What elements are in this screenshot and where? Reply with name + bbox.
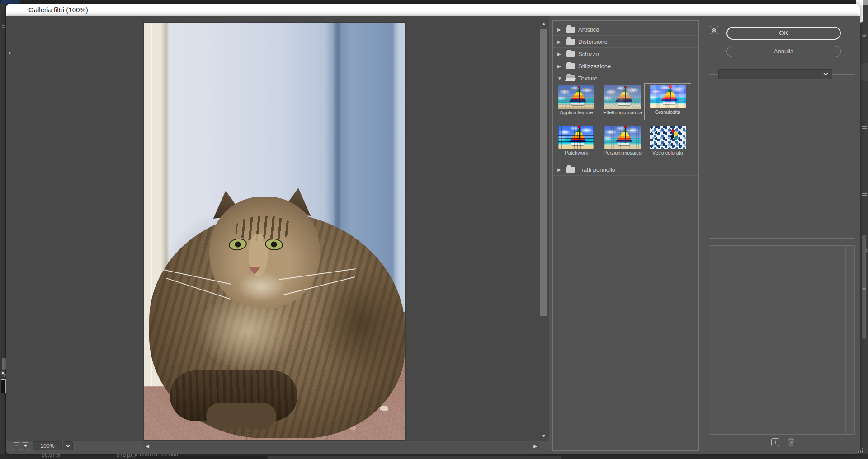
- ok-button[interactable]: OK: [726, 27, 841, 40]
- panel-menu-icon: [862, 192, 867, 196]
- zoom-level-dropdown[interactable]: [63, 441, 73, 450]
- resize-grip-icon[interactable]: [858, 451, 859, 453]
- filter-preview-image: [604, 85, 641, 109]
- folder-icon: [566, 39, 575, 45]
- sailboat-flag: [624, 86, 627, 88]
- trash-icon: [788, 438, 795, 446]
- category-row-tratti-pennello[interactable]: ▶ Tratti pennello: [553, 164, 698, 176]
- filter-thumbnail-label: Granulosità: [655, 109, 680, 115]
- sailboat-sail: [569, 128, 586, 142]
- category-label: Stilizzazione: [578, 63, 611, 70]
- zoom-level-display[interactable]: 100%: [33, 441, 62, 450]
- image-preview[interactable]: [144, 23, 405, 440]
- cat-muzzle: [238, 272, 285, 301]
- category-row-artistico[interactable]: ▶ Artistico: [553, 23, 698, 36]
- sailboat-mast: [579, 87, 580, 103]
- hscrollbar-track[interactable]: [143, 442, 539, 450]
- scroll-up-button[interactable]: ▲: [540, 20, 548, 28]
- filter-thumbnail-granulosita[interactable]: Granulosità: [644, 83, 691, 120]
- screen: 66,67% 576 px x 1280 px (72 ppi) Galleri…: [0, 0, 868, 459]
- chevron-right-icon[interactable]: ▶: [557, 39, 563, 44]
- scroll-down-button[interactable]: ▼: [540, 432, 548, 440]
- chevron-down-icon: [66, 443, 70, 448]
- sailboat-sail: [569, 88, 586, 102]
- filter-thumbnail-label: Effetto incrinatura: [603, 110, 642, 115]
- chevron-right-icon[interactable]: ▶: [557, 27, 563, 32]
- filter-preview-image: [650, 85, 686, 108]
- category-label: Texture: [578, 75, 598, 82]
- new-effect-layer-button[interactable]: +: [771, 438, 779, 446]
- category-label: Artistico: [578, 26, 599, 33]
- category-row-schizzo[interactable]: ▶ Schizzo: [553, 48, 698, 60]
- filter-settings-panel: [709, 74, 855, 239]
- sailboat-hull: [571, 103, 584, 105]
- background-panels-edge: [860, 4, 868, 459]
- filter-select-dropdown[interactable]: [718, 69, 832, 79]
- chevron-down-icon[interactable]: ▼: [557, 76, 563, 81]
- tool-swatch-fragment: [1, 379, 6, 393]
- color-swatch-fragment: [2, 358, 6, 370]
- panel-expand-arrow-icon: ▸: [9, 51, 11, 55]
- cancel-button[interactable]: Annulla: [726, 46, 841, 57]
- background-tools-panel-edge: [0, 4, 6, 459]
- delete-effect-layer-button[interactable]: [788, 438, 795, 446]
- sailboat-sail: [615, 88, 632, 102]
- folder-icon: [566, 63, 575, 69]
- filter-preview-image: [650, 126, 686, 149]
- sailboat-hull: [618, 103, 630, 105]
- background-hscrollbar-dark: [136, 456, 267, 459]
- panel-menu-icon: [862, 70, 867, 74]
- filter-thumbnail-label: Porzioni mosaico: [604, 150, 642, 155]
- category-row-distorsione[interactable]: ▶ Distorsione: [553, 36, 698, 48]
- cat-paw: [206, 403, 276, 429]
- vscrollbar-thumb[interactable]: [540, 29, 547, 316]
- filter-preview-image: [604, 126, 641, 149]
- sailboat-hull: [663, 102, 675, 104]
- scroll-right-button[interactable]: ▶: [532, 443, 539, 450]
- sailboat-flag: [578, 86, 580, 88]
- collapse-panel-button[interactable]: [710, 26, 718, 34]
- panel-menu-icon: [862, 125, 867, 129]
- category-row-texture[interactable]: ▼ Texture: [553, 72, 698, 84]
- category-label: Distorsione: [578, 38, 608, 45]
- status-zoom-value: 66,67%: [42, 454, 60, 458]
- sailboat-sail: [615, 128, 632, 142]
- sailboat-flag: [669, 85, 672, 88]
- filter-thumbnail-applica-texture[interactable]: Applica texture: [553, 84, 600, 121]
- chevron-down-icon: [824, 71, 828, 76]
- sailboat-hull: [618, 143, 630, 145]
- filter-preview-image: [558, 85, 594, 109]
- chevron-right-icon[interactable]: ▶: [557, 167, 563, 172]
- filter-thumbnail-label: Applica texture: [560, 110, 593, 115]
- zoom-in-button[interactable]: +: [22, 442, 29, 450]
- category-row-stilizzazione[interactable]: ▶ Stilizzazione: [553, 60, 698, 72]
- chevron-right-icon[interactable]: ▶: [557, 52, 563, 56]
- zoom-out-button[interactable]: −: [13, 442, 20, 450]
- folder-open-icon: [566, 75, 575, 81]
- folder-icon: [566, 51, 575, 57]
- panel-drag-handle-icon: [2, 23, 5, 29]
- folder-icon: [566, 27, 575, 33]
- scroll-left-button[interactable]: ◀: [144, 443, 151, 450]
- sailboat-mast: [670, 87, 671, 103]
- category-label: Schizzo: [578, 51, 599, 57]
- sailboat-flag: [624, 126, 627, 128]
- category-label: Tratti pennello: [578, 166, 615, 173]
- sailboat-mast: [579, 127, 580, 144]
- background-window-corner-2: [863, 0, 868, 5]
- effect-layers-scrollbar[interactable]: [845, 246, 854, 434]
- sailboat-sail: [660, 88, 678, 101]
- effect-layers-panel: [709, 245, 855, 435]
- folder-icon: [566, 167, 575, 173]
- filter-thumbnail-vetro-colorato[interactable]: Vetro colorato: [644, 124, 691, 161]
- filter-thumbnail-effetto-incrinatura[interactable]: Effetto incrinatura: [599, 84, 646, 121]
- sailboat-hull: [571, 143, 584, 145]
- status-bar: 66,67% 576 px x 1280 px (72 ppi): [0, 454, 868, 459]
- sailboat-flag: [578, 126, 580, 128]
- filter-thumbnail-label: Vetro colorato: [652, 150, 683, 155]
- filter-thumbnail-patchwork[interactable]: Patchwork: [553, 124, 600, 161]
- chevron-right-icon[interactable]: ▶: [557, 64, 563, 69]
- background-scrollbar-thumb: [862, 235, 866, 339]
- filter-thumbnail-porzioni-mosaico[interactable]: Porzioni mosaico: [599, 124, 646, 161]
- dialog-title: Galleria filtri (100%): [28, 4, 88, 16]
